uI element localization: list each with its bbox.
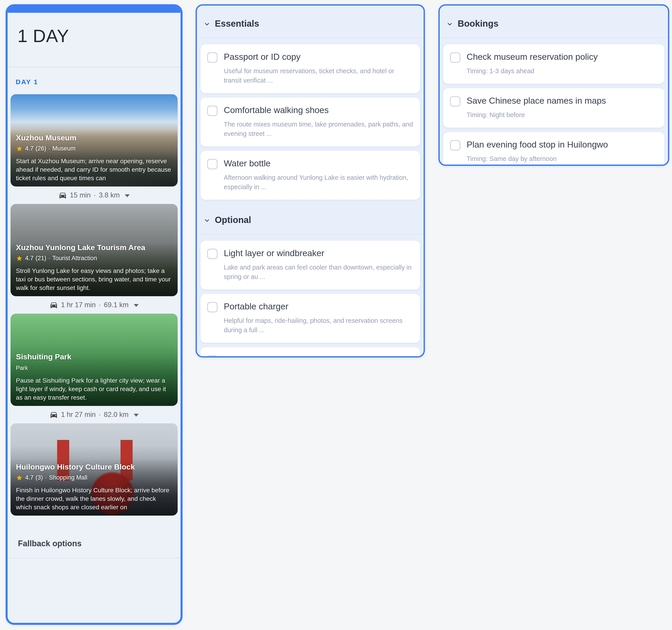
star-icon: [16, 255, 23, 262]
travel-leg-dropdown[interactable]: 1 hr 17 min · 69.1 km: [8, 296, 181, 314]
separator-dot: ·: [48, 145, 50, 152]
stop-reviews: (3): [35, 474, 43, 481]
checklist-item-label: Passport or ID copy: [224, 51, 413, 62]
checkbox[interactable]: [207, 249, 217, 259]
section-header-bookings[interactable]: Bookings: [440, 6, 668, 37]
stop-name: Xuzhou Museum: [16, 133, 172, 143]
leg-distance: 69.1 km: [104, 301, 128, 309]
star-icon: [16, 474, 23, 481]
stop-rating-row: 4.7 (3) · Shopping Mall: [16, 474, 172, 481]
booking-item-label: Plan evening food stop in Huilongwo: [466, 139, 608, 150]
stop-category: Park: [16, 364, 172, 372]
caret-down-icon: [125, 194, 130, 197]
stop-rating: 4.7: [25, 474, 33, 481]
section-title: Essentials: [215, 19, 259, 29]
stop-category: Shopping Mall: [49, 474, 87, 481]
stop-reviews: (21): [35, 255, 46, 262]
bookings-panel: Bookings Check museum reservation policy…: [438, 4, 669, 166]
car-icon: [58, 191, 67, 200]
checkbox[interactable]: [207, 302, 217, 312]
booking-item-save-names[interactable]: Save Chinese place names in maps Timing:…: [443, 88, 664, 128]
checklist-item-label: Comfortable walking shoes: [224, 105, 413, 116]
caret-down-icon: [134, 304, 139, 307]
divider: [8, 558, 181, 558]
checkbox[interactable]: [207, 159, 217, 169]
car-icon: [49, 410, 58, 419]
checklist-item-note: Lake and park areas can feel cooler than…: [224, 262, 413, 281]
stop-card-yunlong-lake[interactable]: Xuzhou Yunlong Lake Tourism Area 4.7 (21…: [10, 204, 177, 296]
day-label: DAY 1: [16, 78, 181, 86]
separator-dot: ·: [99, 301, 101, 309]
car-icon: [49, 301, 58, 309]
fallback-options-heading: Fallback options: [18, 539, 181, 548]
checklist-item-water[interactable]: Water bottle Afternoon walking around Yu…: [200, 151, 420, 200]
stop-name: Sishuiting Park: [16, 352, 172, 361]
booking-item-timing: Timing: 1-3 days ahead: [466, 66, 598, 76]
checklist-panel: Essentials Passport or ID copy Useful fo…: [196, 4, 425, 357]
stop-description: Finish in Huilongwo History Culture Bloc…: [16, 486, 172, 511]
stop-name: Huilongwo History Culture Block: [16, 462, 172, 472]
stop-rating: 4.7: [25, 255, 33, 262]
chevron-down-icon: [203, 21, 210, 28]
stop-rating: 4.7: [25, 145, 33, 152]
checklist-item-label: Light layer or windbreaker: [224, 248, 413, 258]
checklist-item-note: Useful for museum reservations, ticket c…: [224, 66, 413, 85]
stop-card-xuzhou-museum[interactable]: Xuzhou Museum 4.7 (26) · Museum Start at…: [10, 94, 177, 186]
caret-down-icon: [134, 414, 139, 417]
trip-duration-title: 1 DAY: [18, 26, 181, 46]
leg-duration: 1 hr 27 min: [61, 410, 96, 419]
section-title: Bookings: [458, 19, 498, 29]
stop-card-huilongwo-block[interactable]: Huilongwo History Culture Block 4.7 (3) …: [10, 423, 177, 515]
checkbox[interactable]: [207, 355, 217, 357]
leg-distance: 82.0 km: [104, 410, 128, 419]
checklist-item-note: Afternoon walking around Yunlong Lake is…: [224, 173, 413, 192]
separator-dot: ·: [45, 474, 47, 481]
booking-item-timing: Timing: Night before: [466, 110, 606, 120]
leg-duration: 1 hr 17 min: [61, 301, 96, 309]
booking-item-label: Save Chinese place names in maps: [466, 95, 606, 106]
travel-leg-dropdown[interactable]: 1 hr 27 min · 82.0 km: [8, 406, 181, 423]
section-header-optional[interactable]: Optional: [197, 203, 424, 234]
stop-reviews: (26): [35, 145, 46, 152]
leg-distance: 3.8 km: [99, 191, 120, 199]
checkbox[interactable]: [207, 52, 217, 63]
separator-dot: ·: [94, 191, 96, 199]
booking-item-food-stop[interactable]: Plan evening food stop in Huilongwo Timi…: [443, 132, 664, 166]
divider: [8, 67, 181, 67]
chevron-down-icon: [203, 217, 210, 224]
stop-description: Pause at Sishuiting Park for a lighter c…: [16, 376, 172, 402]
checklist-item-umbrella[interactable]: Compact umbrella Useful for sudden showe…: [200, 347, 420, 357]
star-icon: [16, 145, 23, 152]
checklist-item-label: Water bottle: [224, 158, 413, 169]
checklist-item-windbreaker[interactable]: Light layer or windbreaker Lake and park…: [200, 241, 420, 289]
checklist-item-shoes[interactable]: Comfortable walking shoes The route mixe…: [200, 98, 420, 146]
stop-description: Stroll Yunlong Lake for easy views and p…: [16, 267, 172, 292]
section-header-essentials[interactable]: Essentials: [197, 6, 424, 37]
separator-dot: ·: [99, 410, 101, 419]
booking-item-timing: Timing: Same day by afternoon: [466, 154, 608, 163]
booking-item-museum-policy[interactable]: Check museum reservation policy Timing: …: [443, 44, 664, 84]
itinerary-panel: 1 DAY DAY 1 Xuzhou Museum 4.7 (26) · Mus…: [6, 4, 183, 625]
checkbox[interactable]: [207, 106, 217, 116]
booking-item-label: Check museum reservation policy: [466, 51, 598, 62]
checkbox[interactable]: [450, 96, 460, 106]
stop-rating-row: 4.7 (26) · Museum: [16, 145, 172, 152]
optional-list: Light layer or windbreaker Lake and park…: [197, 234, 424, 357]
leg-duration: 15 min: [70, 191, 91, 199]
travel-leg-dropdown[interactable]: 15 min · 3.8 km: [8, 186, 181, 204]
checklist-item-charger[interactable]: Portable charger Helpful for maps, ride-…: [200, 294, 420, 343]
stop-name: Xuzhou Yunlong Lake Tourism Area: [16, 243, 172, 252]
stop-rating-row: 4.7 (21) · Tourist Attraction: [16, 255, 172, 262]
checklist-item-label: Compact umbrella: [224, 354, 413, 357]
bookings-list: Check museum reservation policy Timing: …: [440, 38, 668, 166]
stop-category: Museum: [52, 145, 76, 152]
separator-dot: ·: [48, 255, 50, 262]
checklist-item-note: The route mixes museum time, lake promen…: [224, 120, 413, 138]
checkbox[interactable]: [450, 52, 460, 63]
stop-category: Tourist Attraction: [52, 255, 97, 262]
stop-card-sishuiting-park[interactable]: Sishuiting Park Park Pause at Sishuiting…: [10, 314, 177, 406]
stop-description: Start at Xuzhou Museum; arrive near open…: [16, 157, 172, 182]
checklist-item-passport[interactable]: Passport or ID copy Useful for museum re…: [200, 44, 420, 93]
checkbox[interactable]: [450, 140, 460, 150]
chevron-down-icon: [447, 21, 453, 28]
